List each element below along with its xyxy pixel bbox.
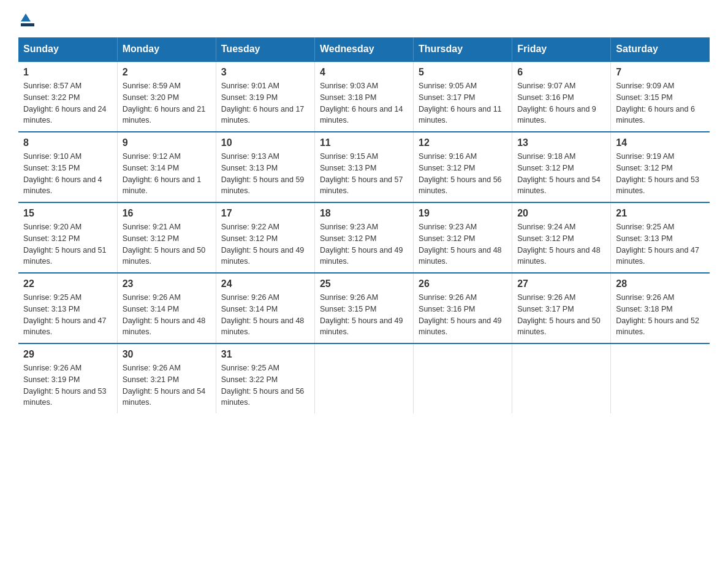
- day-info: Sunrise: 9:07 AMSunset: 3:16 PMDaylight:…: [517, 82, 596, 124]
- day-info: Sunrise: 9:25 AMSunset: 3:22 PMDaylight:…: [221, 364, 305, 407]
- day-number: 2: [123, 67, 211, 78]
- calendar-cell: 21Sunrise: 9:25 AMSunset: 3:13 PMDayligh…: [611, 202, 710, 273]
- day-info: Sunrise: 9:10 AMSunset: 3:15 PMDaylight:…: [23, 152, 102, 195]
- day-info: Sunrise: 9:26 AMSunset: 3:19 PMDaylight:…: [23, 364, 107, 407]
- day-number: 20: [517, 208, 605, 219]
- calendar-cell: 25Sunrise: 9:26 AMSunset: 3:15 PMDayligh…: [314, 273, 413, 343]
- calendar-cell: 10Sunrise: 9:13 AMSunset: 3:13 PMDayligh…: [216, 132, 314, 202]
- calendar-cell: 17Sunrise: 9:22 AMSunset: 3:12 PMDayligh…: [216, 202, 314, 273]
- day-info: Sunrise: 9:22 AMSunset: 3:12 PMDaylight:…: [221, 223, 305, 266]
- calendar-cell: 22Sunrise: 9:25 AMSunset: 3:13 PMDayligh…: [18, 273, 117, 343]
- calendar-cell: 27Sunrise: 9:26 AMSunset: 3:17 PMDayligh…: [512, 273, 611, 343]
- day-number: 13: [517, 137, 605, 148]
- day-info: Sunrise: 8:59 AMSunset: 3:20 PMDaylight:…: [123, 82, 206, 124]
- header-friday: Friday: [512, 37, 611, 61]
- day-number: 6: [517, 67, 605, 78]
- calendar-cell: 31Sunrise: 9:25 AMSunset: 3:22 PMDayligh…: [216, 343, 314, 413]
- day-number: 5: [419, 67, 507, 78]
- calendar-cell: 8Sunrise: 9:10 AMSunset: 3:15 PMDaylight…: [18, 132, 117, 202]
- calendar-cell: 16Sunrise: 9:21 AMSunset: 3:12 PMDayligh…: [117, 202, 216, 273]
- day-info: Sunrise: 9:25 AMSunset: 3:13 PMDaylight:…: [616, 223, 699, 266]
- day-info: Sunrise: 9:26 AMSunset: 3:15 PMDaylight:…: [320, 293, 403, 336]
- day-info: Sunrise: 9:26 AMSunset: 3:17 PMDaylight:…: [517, 293, 601, 336]
- calendar-cell: 20Sunrise: 9:24 AMSunset: 3:12 PMDayligh…: [512, 202, 611, 273]
- calendar-cell: 5Sunrise: 9:05 AMSunset: 3:17 PMDaylight…: [414, 61, 512, 132]
- day-info: Sunrise: 9:12 AMSunset: 3:14 PMDaylight:…: [123, 152, 202, 195]
- day-number: 14: [616, 137, 705, 148]
- day-number: 23: [123, 278, 211, 289]
- header-saturday: Saturday: [611, 37, 710, 61]
- day-info: Sunrise: 9:01 AMSunset: 3:19 PMDaylight:…: [221, 82, 305, 124]
- day-number: 8: [23, 137, 112, 148]
- day-number: 15: [23, 208, 112, 219]
- day-number: 1: [23, 67, 112, 78]
- day-number: 3: [221, 67, 309, 78]
- day-number: 12: [419, 137, 507, 148]
- calendar-cell: [314, 343, 413, 413]
- day-info: Sunrise: 9:26 AMSunset: 3:16 PMDaylight:…: [419, 293, 502, 336]
- week-row-3: 15Sunrise: 9:20 AMSunset: 3:12 PMDayligh…: [18, 202, 710, 273]
- calendar-cell: 13Sunrise: 9:18 AMSunset: 3:12 PMDayligh…: [512, 132, 611, 202]
- day-number: 28: [616, 278, 705, 289]
- calendar-cell: 1Sunrise: 8:57 AMSunset: 3:22 PMDaylight…: [18, 61, 117, 132]
- day-info: Sunrise: 9:26 AMSunset: 3:21 PMDaylight:…: [123, 364, 206, 407]
- day-number: 26: [419, 278, 507, 289]
- day-number: 16: [123, 208, 211, 219]
- day-info: Sunrise: 9:20 AMSunset: 3:12 PMDaylight:…: [23, 223, 107, 266]
- calendar-cell: 2Sunrise: 8:59 AMSunset: 3:20 PMDaylight…: [117, 61, 216, 132]
- day-number: 10: [221, 137, 309, 148]
- calendar-cell: 26Sunrise: 9:26 AMSunset: 3:16 PMDayligh…: [414, 273, 512, 343]
- day-info: Sunrise: 9:26 AMSunset: 3:14 PMDaylight:…: [123, 293, 206, 336]
- calendar-cell: 18Sunrise: 9:23 AMSunset: 3:12 PMDayligh…: [314, 202, 413, 273]
- calendar-cell: 11Sunrise: 9:15 AMSunset: 3:13 PMDayligh…: [314, 132, 413, 202]
- day-number: 29: [23, 349, 112, 360]
- day-info: Sunrise: 9:13 AMSunset: 3:13 PMDaylight:…: [221, 152, 305, 195]
- calendar-cell: 3Sunrise: 9:01 AMSunset: 3:19 PMDaylight…: [216, 61, 314, 132]
- day-info: Sunrise: 9:26 AMSunset: 3:14 PMDaylight:…: [221, 293, 305, 336]
- calendar-cell: 7Sunrise: 9:09 AMSunset: 3:15 PMDaylight…: [611, 61, 710, 132]
- day-number: 31: [221, 349, 309, 360]
- calendar-cell: [611, 343, 710, 413]
- day-number: 17: [221, 208, 309, 219]
- calendar-cell: 4Sunrise: 9:03 AMSunset: 3:18 PMDaylight…: [314, 61, 413, 132]
- day-info: Sunrise: 9:23 AMSunset: 3:12 PMDaylight:…: [419, 223, 502, 266]
- week-row-5: 29Sunrise: 9:26 AMSunset: 3:19 PMDayligh…: [18, 343, 710, 413]
- calendar-table: SundayMondayTuesdayWednesdayThursdayFrid…: [18, 37, 710, 413]
- day-info: Sunrise: 9:16 AMSunset: 3:12 PMDaylight:…: [419, 152, 502, 195]
- day-number: 4: [320, 67, 408, 78]
- calendar-cell: 12Sunrise: 9:16 AMSunset: 3:12 PMDayligh…: [414, 132, 512, 202]
- calendar-cell: 28Sunrise: 9:26 AMSunset: 3:18 PMDayligh…: [611, 273, 710, 343]
- day-info: Sunrise: 9:25 AMSunset: 3:13 PMDaylight:…: [23, 293, 107, 336]
- day-info: Sunrise: 8:57 AMSunset: 3:22 PMDaylight:…: [23, 82, 107, 124]
- calendar-header-row: SundayMondayTuesdayWednesdayThursdayFrid…: [18, 37, 710, 61]
- day-number: 24: [221, 278, 309, 289]
- calendar-cell: 29Sunrise: 9:26 AMSunset: 3:19 PMDayligh…: [18, 343, 117, 413]
- calendar-cell: 6Sunrise: 9:07 AMSunset: 3:16 PMDaylight…: [512, 61, 611, 132]
- day-info: Sunrise: 9:21 AMSunset: 3:12 PMDaylight:…: [123, 223, 206, 266]
- header-sunday: Sunday: [18, 37, 117, 61]
- calendar-cell: 23Sunrise: 9:26 AMSunset: 3:14 PMDayligh…: [117, 273, 216, 343]
- day-number: 25: [320, 278, 408, 289]
- logo: [18, 12, 34, 25]
- header-wednesday: Wednesday: [314, 37, 413, 61]
- day-number: 21: [616, 208, 705, 219]
- day-info: Sunrise: 9:23 AMSunset: 3:12 PMDaylight:…: [320, 223, 403, 266]
- calendar-cell: [512, 343, 611, 413]
- day-number: 27: [517, 278, 605, 289]
- calendar-cell: 15Sunrise: 9:20 AMSunset: 3:12 PMDayligh…: [18, 202, 117, 273]
- header-tuesday: Tuesday: [216, 37, 314, 61]
- day-info: Sunrise: 9:24 AMSunset: 3:12 PMDaylight:…: [517, 223, 601, 266]
- day-number: 11: [320, 137, 408, 148]
- week-row-4: 22Sunrise: 9:25 AMSunset: 3:13 PMDayligh…: [18, 273, 710, 343]
- day-number: 30: [123, 349, 211, 360]
- day-info: Sunrise: 9:15 AMSunset: 3:13 PMDaylight:…: [320, 152, 403, 195]
- header-thursday: Thursday: [414, 37, 512, 61]
- day-number: 19: [419, 208, 507, 219]
- day-number: 7: [616, 67, 705, 78]
- day-number: 22: [23, 278, 112, 289]
- header-monday: Monday: [117, 37, 216, 61]
- page-header: [18, 12, 710, 25]
- day-number: 9: [123, 137, 211, 148]
- week-row-1: 1Sunrise: 8:57 AMSunset: 3:22 PMDaylight…: [18, 61, 710, 132]
- calendar-cell: [414, 343, 512, 413]
